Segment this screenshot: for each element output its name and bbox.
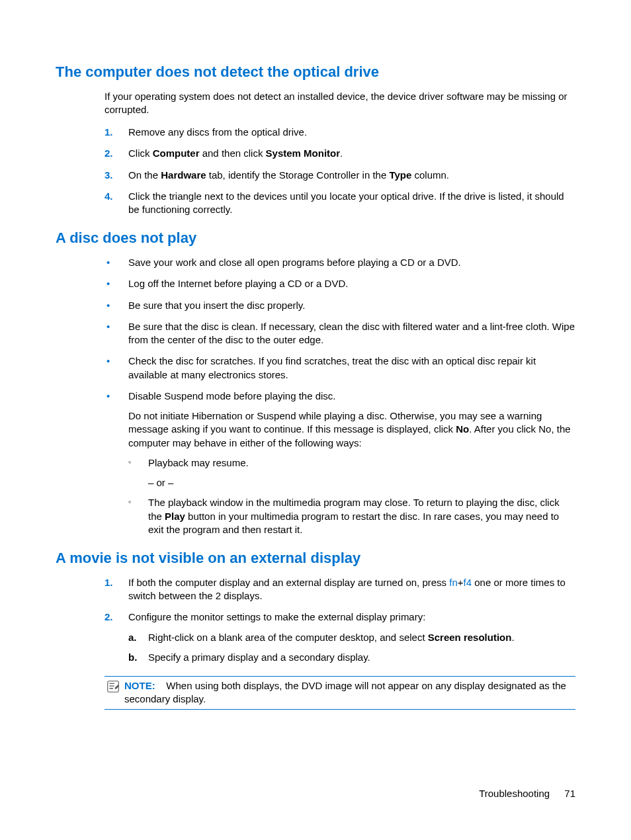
list-item: 4. Click the triangle next to the device… bbox=[105, 190, 575, 217]
list-item: Be sure that you insert the disc properl… bbox=[105, 299, 575, 312]
key-f4: f4 bbox=[464, 577, 472, 588]
note-icon bbox=[106, 679, 120, 694]
step-number: 2. bbox=[105, 610, 113, 624]
bulleted-list: Save your work and close all open progra… bbox=[105, 256, 575, 536]
heading-external-display: A movie is not visible on an external di… bbox=[56, 548, 575, 568]
sub-paragraph: Do not initiate Hibernation or Suspend w… bbox=[128, 409, 575, 450]
page-footer: Troubleshooting 71 bbox=[479, 787, 575, 800]
alpha-list: a. Right-click on a blank area of the co… bbox=[128, 631, 575, 665]
step-text: If both the computer display and an exte… bbox=[128, 577, 566, 601]
list-item: 1. Remove any discs from the optical dri… bbox=[105, 126, 575, 139]
step-text: Remove any discs from the optical drive. bbox=[128, 126, 307, 138]
sub-bulleted-list: Playback may resume. – or – The playback… bbox=[128, 456, 575, 536]
list-item: 3. On the Hardware tab, identify the Sto… bbox=[105, 169, 575, 182]
step-number: 4. bbox=[105, 190, 113, 203]
heading-disc-not-play: A disc does not play bbox=[56, 228, 575, 248]
list-item: Disable Suspend mode before playing the … bbox=[105, 390, 575, 536]
step-text: Configure the monitor settings to make t… bbox=[128, 611, 425, 622]
step-number: 1. bbox=[105, 576, 113, 589]
key-fn: fn bbox=[449, 577, 458, 588]
bullet-text: Log off the Internet before playing a CD… bbox=[128, 278, 348, 289]
document-page: The computer does not detect the optical… bbox=[0, 0, 631, 840]
intro-paragraph: If your operating system does not detect… bbox=[105, 90, 575, 117]
alpha-text: Specify a primary display and a secondar… bbox=[148, 651, 370, 663]
note-text: When using both displays, the DVD image … bbox=[124, 680, 566, 704]
footer-section-name: Troubleshooting bbox=[479, 788, 550, 799]
list-item: a. Right-click on a blank area of the co… bbox=[128, 631, 575, 644]
numbered-list: 1. Remove any discs from the optical dri… bbox=[105, 126, 575, 216]
numbered-list: 1. If both the computer display and an e… bbox=[105, 576, 575, 664]
alpha-letter: b. bbox=[128, 651, 137, 664]
bullet-text: Disable Suspend mode before playing the … bbox=[128, 390, 336, 401]
or-separator: – or – bbox=[148, 476, 575, 489]
step-number: 2. bbox=[105, 147, 113, 160]
list-item: Check the disc for scratches. If you fin… bbox=[105, 355, 575, 382]
list-item: Save your work and close all open progra… bbox=[105, 256, 575, 269]
footer-page-number: 71 bbox=[564, 788, 575, 799]
bullet-text: Be sure that the disc is clean. If neces… bbox=[128, 321, 575, 345]
list-item: Playback may resume. – or – bbox=[128, 456, 575, 490]
list-item: 1. If both the computer display and an e… bbox=[105, 576, 575, 603]
alpha-text: Right-click on a blank area of the compu… bbox=[148, 632, 515, 643]
bullet-text: Save your work and close all open progra… bbox=[128, 257, 461, 268]
step-text: On the Hardware tab, identify the Storag… bbox=[128, 169, 449, 181]
note-label: NOTE: bbox=[124, 680, 155, 691]
sub-bullet-text: The playback window in the multimedia pr… bbox=[148, 497, 560, 535]
step-number: 1. bbox=[105, 126, 113, 139]
list-item: 2. Configure the monitor settings to mak… bbox=[105, 610, 575, 664]
heading-optical-drive: The computer does not detect the optical… bbox=[56, 62, 575, 82]
list-item: b. Specify a primary display and a secon… bbox=[128, 651, 575, 664]
bullet-text: Check the disc for scratches. If you fin… bbox=[128, 355, 536, 380]
list-item: Be sure that the disc is clean. If neces… bbox=[105, 320, 575, 347]
step-text: Click Computer and then click System Mon… bbox=[128, 147, 343, 159]
step-text: Click the triangle next to the devices u… bbox=[128, 190, 564, 215]
note-box: NOTE: When using both displays, the DVD … bbox=[105, 676, 575, 710]
sub-bullet-text: Playback may resume. bbox=[148, 457, 249, 468]
list-item: Log off the Internet before playing a CD… bbox=[105, 277, 575, 290]
alpha-letter: a. bbox=[128, 631, 137, 644]
step-number: 3. bbox=[105, 169, 113, 182]
bullet-text: Be sure that you insert the disc properl… bbox=[128, 300, 305, 311]
list-item: The playback window in the multimedia pr… bbox=[128, 496, 575, 536]
list-item: 2. Click Computer and then click System … bbox=[105, 147, 575, 160]
